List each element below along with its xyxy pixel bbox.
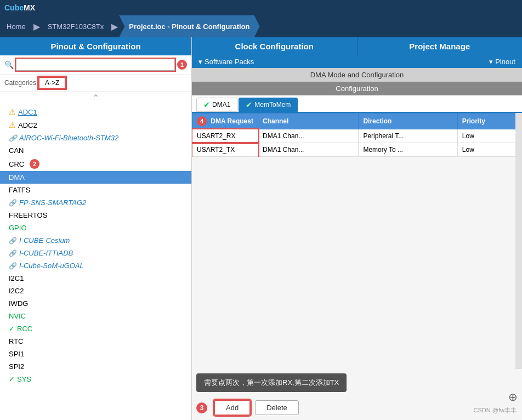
chevron-down-icon-1: ▾ bbox=[198, 58, 202, 66]
num4-badge: 4 bbox=[197, 116, 207, 126]
category-tabs: Categories A->Z bbox=[0, 75, 191, 92]
list-item-sys[interactable]: ✓ SYS bbox=[0, 373, 191, 385]
iwdg-label: IWDG bbox=[9, 299, 28, 308]
button-row: 3 Add Delete bbox=[196, 400, 518, 416]
breadcrumb-active[interactable]: Project.ioc - Pinout & Configuration bbox=[119, 15, 259, 37]
link-icon-airoc: 🔗 bbox=[9, 134, 17, 142]
warn-icon-adc1: ⚠ bbox=[9, 107, 16, 116]
memtomem-tab[interactable]: ✔ MemToMem bbox=[239, 98, 298, 112]
col-priority: Priority bbox=[457, 113, 521, 129]
spi2-label: SPI2 bbox=[9, 362, 24, 371]
search-icon: 🔍 bbox=[4, 60, 14, 69]
pinout-tab[interactable]: ▾ Pinout bbox=[483, 55, 522, 68]
list-item-i2c1[interactable]: I2C1 bbox=[0, 272, 191, 285]
breadcrumb-home[interactable]: Home bbox=[0, 15, 32, 37]
main-layout: Pinout & Configuration 🔍 1 Categories A-… bbox=[0, 37, 522, 420]
fatfs-label: FATFS bbox=[9, 186, 30, 194]
config-title: Configuration bbox=[192, 82, 522, 95]
list-item-freertos[interactable]: FREERTOS bbox=[0, 209, 191, 222]
list-item-airoc[interactable]: 🔗 AIROC-Wi-Fi-Bluetooth-STM32 bbox=[0, 132, 191, 144]
dma1-tab[interactable]: ✔ DMA1 bbox=[196, 98, 237, 112]
pinout-label: Pinout bbox=[495, 58, 515, 66]
left-panel: Pinout & Configuration 🔍 1 Categories A-… bbox=[0, 37, 192, 420]
list-item-fatfs[interactable]: FATFS bbox=[0, 184, 191, 196]
list-item-dma[interactable]: DMA bbox=[0, 171, 191, 184]
memtomem-label: MemToMem bbox=[254, 101, 291, 109]
rtc-label: RTC bbox=[9, 337, 23, 345]
az-tab[interactable]: A->Z bbox=[38, 77, 66, 89]
spi1-label: SPI1 bbox=[9, 350, 24, 358]
project-manage-tab[interactable]: Project Manage bbox=[357, 37, 523, 55]
scrollbar[interactable] bbox=[515, 113, 522, 369]
sys-label: SYS bbox=[17, 375, 31, 383]
dma-table-wrapper: 4 DMA Request Channel Direction Priority… bbox=[192, 113, 522, 157]
table-row-1[interactable]: USART2_TX DMA1 Chan... Memory To ... Low bbox=[192, 143, 522, 157]
i2c2-label: I2C2 bbox=[9, 287, 24, 295]
cesium-label: I-CUBE-Cesium bbox=[19, 236, 70, 245]
software-packs-tab[interactable]: ▾ Software Packs bbox=[192, 55, 260, 68]
list-item-spi2[interactable]: SPI2 bbox=[0, 360, 191, 373]
list-item-crc[interactable]: CRC 2 bbox=[0, 157, 191, 171]
search-input[interactable] bbox=[16, 59, 175, 71]
software-packs-label: Software Packs bbox=[205, 58, 254, 66]
search-area: 🔍 1 bbox=[0, 55, 191, 75]
check-icon-memtomem: ✔ bbox=[246, 100, 252, 109]
crc-label: CRC bbox=[9, 160, 24, 168]
breadcrumb-device[interactable]: STM32F103C8Tx bbox=[41, 15, 111, 37]
list-item-spi1[interactable]: SPI1 bbox=[0, 348, 191, 360]
delete-button[interactable]: Delete bbox=[255, 400, 299, 415]
dma-tabs: ✔ DMA1 ✔ MemToMem bbox=[192, 95, 522, 113]
list-item-rtc[interactable]: RTC bbox=[0, 335, 191, 348]
num2-badge: 2 bbox=[30, 159, 39, 169]
list-item-iwdg[interactable]: IWDG bbox=[0, 297, 191, 310]
airoc-label: AIROC-Wi-Fi-Bluetooth-STM32 bbox=[19, 134, 118, 142]
direction-cell-1: Memory To ... bbox=[359, 143, 457, 157]
chevron-down-icon-2: ▾ bbox=[489, 58, 493, 66]
dma1-label: DMA1 bbox=[212, 101, 230, 109]
search-badge: 1 bbox=[177, 60, 187, 70]
left-list: ⚠ ADC1 ⚠ ADC2 🔗 AIROC-Wi-Fi-Bluetooth-ST… bbox=[0, 104, 191, 420]
dma-mode-title: DMA Mode and Configuration bbox=[192, 68, 522, 82]
request-cell-0: USART2_RX bbox=[192, 129, 258, 143]
list-item-can[interactable]: CAN bbox=[0, 144, 191, 157]
app-logo: CubeMX bbox=[4, 3, 35, 12]
priority-cell-0: Low bbox=[457, 129, 521, 143]
dma-label: DMA bbox=[9, 173, 25, 181]
channel-cell-1: DMA1 Chan... bbox=[258, 143, 359, 157]
list-item-adc2[interactable]: ⚠ ADC2 bbox=[0, 118, 191, 132]
som-label: I-Cube-SoM-uGOAL bbox=[19, 262, 84, 270]
add-button[interactable]: Add bbox=[214, 400, 251, 416]
list-item-icube-cesium[interactable]: 🔗 I-CUBE-Cesium bbox=[0, 234, 191, 247]
fpsns-label: FP-SNS-SMARTAG2 bbox=[19, 198, 86, 207]
list-item-rcc[interactable]: ✓ RCC bbox=[0, 322, 191, 335]
dma-table: 4 DMA Request Channel Direction Priority… bbox=[192, 113, 522, 157]
list-item-icube-ittiadb[interactable]: 🔗 I-CUBE-ITTIADB bbox=[0, 247, 191, 259]
check-icon-sys: ✓ bbox=[9, 375, 15, 383]
list-item-icube-som[interactable]: 🔗 I-Cube-SoM-uGOAL bbox=[0, 259, 191, 272]
list-item-gpio[interactable]: GPIO bbox=[0, 222, 191, 234]
request-cell-1: USART2_TX bbox=[192, 143, 258, 157]
watermark: CSDN @fw丰丰 bbox=[474, 406, 517, 415]
col-request: 4 DMA Request bbox=[192, 113, 258, 129]
tab-headers: ▾ Software Packs ▾ Pinout bbox=[192, 55, 522, 68]
list-item-i2c2[interactable]: I2C2 bbox=[0, 285, 191, 297]
zoom-icon[interactable]: ⊕ bbox=[508, 390, 518, 404]
rcc-label: RCC bbox=[17, 325, 32, 333]
breadcrumb: Home ▶ STM32F103C8Tx ▶ Project.ioc - Pin… bbox=[0, 15, 522, 37]
left-panel-header: Pinout & Configuration bbox=[0, 37, 191, 55]
right-content: 4 DMA Request Channel Direction Priority… bbox=[192, 113, 522, 369]
clock-config-tab[interactable]: Clock Configuration bbox=[192, 37, 357, 55]
link-icon-som: 🔗 bbox=[9, 262, 17, 270]
table-row-0[interactable]: USART2_RX DMA1 Chan... Peripheral T... L… bbox=[192, 129, 522, 143]
col-direction: Direction bbox=[359, 113, 457, 129]
list-item-fpsns[interactable]: 🔗 FP-SNS-SMARTAG2 bbox=[0, 196, 191, 209]
adc2-label: ADC2 bbox=[18, 121, 37, 129]
list-item-adc1[interactable]: ⚠ ADC1 bbox=[0, 105, 191, 118]
can-label: CAN bbox=[9, 146, 24, 155]
check-icon-rcc: ✓ bbox=[9, 325, 15, 333]
bottom-area: 需要点两次，第一次添加RX,第二次添加TX 3 Add Delete bbox=[192, 369, 522, 420]
list-item-nvic[interactable]: NVIC bbox=[0, 310, 191, 322]
direction-cell-0: Peripheral T... bbox=[359, 129, 457, 143]
categories-label: Categories bbox=[4, 79, 36, 87]
i2c1-label: I2C1 bbox=[9, 274, 24, 282]
